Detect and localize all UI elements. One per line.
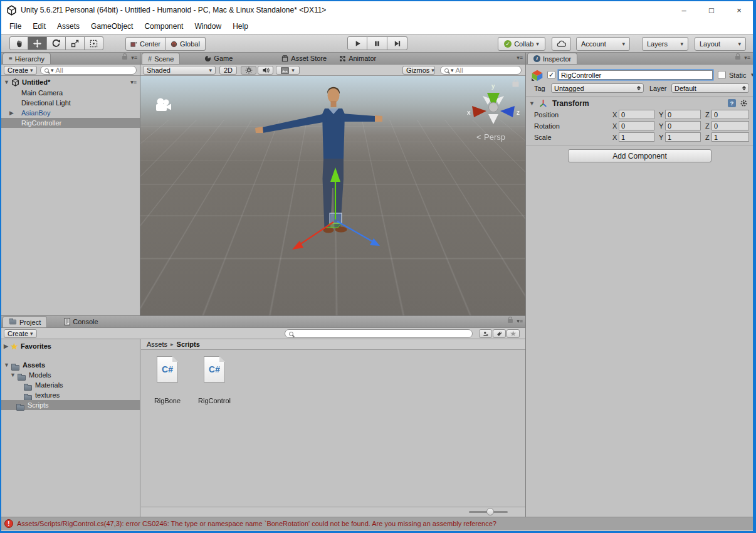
hierarchy-create-button[interactable]: Create ▾ — [4, 66, 37, 75]
gizmo-lock-icon[interactable] — [513, 80, 518, 87]
layers-dropdown[interactable]: Layers ▾ — [642, 37, 688, 51]
hierarchy-search-input[interactable]: ▾ All — [40, 66, 137, 75]
position-z-input[interactable] — [711, 110, 749, 119]
rotation-y-input[interactable] — [665, 121, 701, 130]
tree-item-assets[interactable]: ▼ Assets — [1, 360, 140, 370]
menu-assets[interactable]: Assets — [51, 22, 85, 31]
tag-dropdown[interactable]: Untagged — [551, 83, 644, 93]
gizmo-axis-z-cone[interactable] — [500, 106, 515, 117]
position-x-input[interactable] — [619, 110, 654, 119]
scene-menu-icon[interactable]: ▾≡ — [130, 79, 137, 85]
foldout-closed-icon[interactable]: ▶ — [9, 110, 14, 116]
rotation-z-input[interactable] — [711, 121, 749, 130]
titlebar[interactable]: Unity 5.6.2f1 Personal (64bit) - Untitle… — [1, 1, 753, 19]
effects-dropdown[interactable]: ▾ — [276, 66, 300, 75]
gameobject-name-input[interactable] — [559, 70, 713, 80]
tree-item-favorites[interactable]: ▶ ★ Favorites — [1, 341, 140, 351]
tab-animator[interactable]: Animator — [333, 53, 382, 64]
project-create-button[interactable]: Create ▾ — [4, 329, 37, 338]
rotation-x-input[interactable] — [619, 121, 654, 130]
help-icon[interactable]: ? — [728, 99, 736, 107]
hierarchy-item-directional-light[interactable]: Directional Light — [1, 98, 140, 108]
transform-foldout-icon[interactable]: ▼ — [529, 100, 535, 107]
tab-game[interactable]: Game — [199, 53, 238, 64]
pivot-mode-button[interactable]: Center — [125, 37, 165, 51]
transform-title[interactable]: Transform — [552, 99, 589, 108]
tab-inspector[interactable]: i Inspector — [527, 53, 577, 64]
tab-project[interactable]: Project — [3, 316, 47, 327]
step-button[interactable] — [387, 36, 407, 50]
move-tool-button[interactable] — [28, 36, 47, 50]
tab-asset-store[interactable]: Asset Store — [276, 53, 332, 64]
scale-y-input[interactable] — [665, 132, 701, 142]
menu-gameobject[interactable]: GameObject — [85, 22, 139, 31]
menu-help[interactable]: Help — [227, 22, 254, 31]
tab-hierarchy[interactable]: ≡ Hierarchy — [3, 53, 51, 64]
menu-component[interactable]: Component — [139, 22, 189, 31]
menu-edit[interactable]: Edit — [27, 22, 51, 31]
position-y-input[interactable] — [665, 110, 701, 119]
layout-dropdown[interactable]: Layout ▾ — [695, 37, 746, 51]
cloud-button[interactable] — [552, 37, 571, 51]
lock-icon[interactable] — [735, 56, 740, 60]
console-error-message[interactable]: Assets/Scripts/RigControl.cs(47,3): erro… — [17, 520, 496, 527]
scene-viewport[interactable]: y x z < Persp — [140, 76, 525, 315]
hierarchy-item-main-camera[interactable]: Main Camera — [1, 88, 140, 98]
favorites-search-button[interactable]: ★ — [507, 329, 520, 338]
lock-icon[interactable] — [508, 319, 513, 323]
tree-item-models[interactable]: ▼ Models — [1, 370, 140, 380]
active-checkbox[interactable]: ✓ — [547, 71, 555, 79]
gizmo-x-axis[interactable] — [300, 222, 333, 245]
breadcrumb-scripts[interactable]: Scripts — [177, 340, 200, 348]
transform-space-button[interactable]: Global — [165, 37, 206, 51]
orientation-gizmo[interactable]: y x z — [467, 83, 520, 124]
rotate-tool-button[interactable] — [47, 36, 66, 50]
search-by-label-button[interactable] — [493, 329, 506, 338]
lighting-toggle-button[interactable] — [241, 66, 256, 75]
tree-item-textures[interactable]: textures — [1, 390, 140, 400]
move-gizmo[interactable] — [292, 167, 380, 250]
scale-tool-button[interactable] — [66, 36, 85, 50]
scale-x-input[interactable] — [619, 132, 654, 142]
foldout-open-icon[interactable]: ▼ — [4, 79, 9, 85]
hierarchy-item-asianboy[interactable]: ▶ AsianBoy — [1, 108, 140, 118]
audio-toggle-button[interactable] — [258, 66, 273, 75]
rect-tool-button[interactable] — [85, 36, 103, 50]
search-by-type-button[interactable] — [479, 329, 492, 338]
slider-thumb[interactable] — [486, 508, 494, 515]
panel-menu-icon[interactable]: ▾≡ — [744, 55, 750, 61]
static-dropdown-arrow-icon[interactable]: ▾ — [751, 71, 754, 78]
panel-menu-icon[interactable]: ▾≡ — [517, 55, 523, 61]
scene-search-input[interactable]: ▾ All — [440, 66, 522, 75]
menu-file[interactable]: File — [4, 22, 27, 31]
status-bar[interactable]: ! Assets/Scripts/RigControl.cs(47,3): er… — [1, 517, 753, 530]
panel-menu-icon[interactable]: ▾≡ — [517, 318, 523, 324]
gizmo-axis-x-cone[interactable] — [472, 106, 486, 117]
panel-menu-icon[interactable]: ▾≡ — [131, 55, 137, 61]
foldout-open-icon[interactable]: ▼ — [10, 372, 16, 378]
project-search-input[interactable] — [285, 329, 473, 338]
hierarchy-item-rigcontroller[interactable]: RigController — [1, 118, 140, 128]
tree-item-materials[interactable]: Materials — [1, 380, 140, 390]
play-button[interactable] — [347, 36, 367, 50]
hand-tool-button[interactable] — [9, 36, 28, 50]
tree-item-scripts[interactable]: Scripts — [1, 400, 140, 410]
maximize-button[interactable]: □ — [698, 1, 725, 19]
minimize-button[interactable]: – — [670, 1, 698, 19]
gizmos-dropdown[interactable]: Gizmos ▾ — [402, 66, 435, 75]
close-button[interactable]: × — [725, 1, 753, 19]
camera-gizmo-icon[interactable] — [156, 98, 171, 112]
shading-mode-dropdown[interactable]: Shaded ▾ — [143, 66, 216, 75]
2d-toggle-button[interactable]: 2D — [219, 66, 237, 75]
foldout-closed-icon[interactable]: ▶ — [4, 343, 8, 349]
add-component-button[interactable]: Add Component — [568, 149, 711, 162]
breadcrumb-assets[interactable]: Assets — [147, 340, 167, 348]
persp-label[interactable]: Persp — [484, 132, 505, 142]
tab-scene[interactable]: # Scene — [142, 53, 180, 64]
menu-window[interactable]: Window — [189, 22, 227, 31]
gameobject-cube-icon[interactable] — [531, 69, 543, 82]
scale-z-input[interactable] — [711, 132, 749, 142]
collab-button[interactable]: ✓ Collab ▾ — [498, 37, 545, 51]
tab-console[interactable]: Console — [58, 316, 103, 327]
scene-root-row[interactable]: ▼ Untitled* ▾≡ — [1, 77, 140, 87]
